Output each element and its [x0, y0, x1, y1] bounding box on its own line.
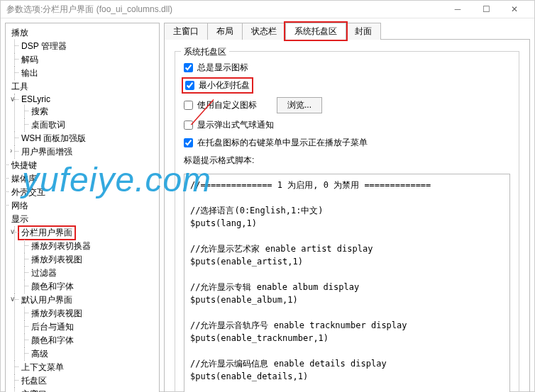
- tree-medialib[interactable]: 媒体库: [9, 172, 40, 186]
- right-pane: 主窗口 布局 状态栏 系统托盘区 封面 系统托盘区 总是显示图标 最小化到托盘: [164, 23, 530, 392]
- tree-columns-ui[interactable]: 分栏用户界面: [18, 226, 75, 240]
- twisty-icon[interactable]: ∨: [10, 295, 17, 302]
- tree-output[interactable]: 输出: [18, 67, 41, 80]
- tree-color-font2[interactable]: 颜色和字体: [28, 334, 77, 347]
- tree-search[interactable]: 搜索: [28, 105, 51, 118]
- tree-tray[interactable]: 托盘区: [18, 374, 50, 388]
- tree-back-notify[interactable]: 后台与通知: [28, 320, 77, 334]
- twisty-icon[interactable]: ›: [5, 174, 7, 181]
- window-controls: ─ ☐ ✕: [443, 1, 529, 18]
- settings-tree[interactable]: ∨ 播放 DSP 管理器 解码 输出 ∨ 工具 ∨ ESLyric 搜索: [5, 23, 160, 392]
- always-show-row: 总是显示图标: [184, 62, 510, 74]
- tree-playback[interactable]: 播放: [9, 26, 31, 40]
- tree-ui-enhance[interactable]: 用户界面增强: [18, 145, 75, 159]
- minimize-icon[interactable]: ─: [443, 1, 472, 18]
- tab-cover[interactable]: 封面: [346, 23, 381, 40]
- close-icon[interactable]: ✕: [500, 1, 529, 18]
- tree-dsp[interactable]: DSP 管理器: [18, 40, 70, 53]
- minimize-label[interactable]: 最小化到托盘: [199, 79, 250, 91]
- tree-playlist-view2[interactable]: 播放列表视图: [28, 307, 85, 320]
- browse-button[interactable]: 浏览...: [277, 97, 322, 113]
- tree-eslyric[interactable]: ESLyric: [18, 94, 53, 105]
- tree-desktop-lyric[interactable]: 桌面歌词: [28, 118, 68, 132]
- minimize-row: 最小化到托盘: [184, 79, 251, 91]
- tree-shell[interactable]: 外壳交互: [9, 186, 48, 199]
- balloon-label[interactable]: 显示弹出式气球通知: [197, 119, 274, 131]
- submenu-row: 在托盘图标的右键菜单中显示正在播放子菜单: [184, 137, 510, 149]
- tab-strip: 主窗口 布局 状态栏 系统托盘区 封面: [164, 23, 530, 40]
- tree-playlist-view[interactable]: 播放列表视图: [28, 253, 85, 267]
- twisty-icon[interactable]: ∨: [5, 28, 7, 35]
- tab-status-bar[interactable]: 状态栏: [242, 23, 286, 40]
- tree-tools[interactable]: 工具: [9, 80, 31, 94]
- tree-decode[interactable]: 解码: [18, 53, 41, 67]
- tree-display[interactable]: 显示: [9, 213, 31, 226]
- tree-filter[interactable]: 过滤器: [28, 267, 60, 280]
- twisty-icon[interactable]: ∨: [5, 82, 7, 89]
- custom-icon-label[interactable]: 使用自定义图标: [197, 99, 257, 111]
- tab-panel: 系统托盘区 总是显示图标 最小化到托盘 使用自定义图标 浏览...: [164, 40, 530, 392]
- minimize-checkbox[interactable]: [185, 81, 194, 90]
- systray-group: 系统托盘区 总是显示图标 最小化到托盘 使用自定义图标 浏览...: [175, 51, 519, 392]
- group-title: 系统托盘区: [181, 46, 229, 58]
- custom-icon-row: 使用自定义图标 浏览...: [184, 97, 510, 113]
- submenu-label[interactable]: 在托盘图标的右键菜单中显示正在播放子菜单: [197, 137, 368, 149]
- balloon-row: 显示弹出式气球通知: [184, 119, 510, 131]
- tree-context-menu[interactable]: 上下文菜单: [18, 361, 67, 374]
- twisty-icon[interactable]: ∨: [5, 214, 7, 221]
- submenu-checkbox[interactable]: [184, 138, 193, 147]
- dialog-window: 参数选项:分栏用户界面 (foo_ui_columns.dll) ─ ☐ ✕ ∨…: [0, 0, 535, 392]
- script-label-row: 标题提示格式脚本:: [184, 155, 510, 167]
- tab-system-tray[interactable]: 系统托盘区: [285, 23, 346, 40]
- tree-network[interactable]: 网络: [9, 199, 31, 213]
- tab-main-window[interactable]: 主窗口: [164, 23, 208, 40]
- tree-shortcut[interactable]: 快捷键: [9, 159, 40, 172]
- titlebar: 参数选项:分栏用户界面 (foo_ui_columns.dll) ─ ☐ ✕: [1, 1, 534, 18]
- tree-color-font[interactable]: 颜色和字体: [28, 280, 77, 293]
- window-title: 参数选项:分栏用户界面 (foo_ui_columns.dll): [6, 4, 443, 16]
- tree-wsh[interactable]: WSH 面板加强版: [18, 132, 89, 145]
- tree-advanced[interactable]: 高级: [28, 347, 51, 361]
- twisty-icon[interactable]: ›: [10, 147, 17, 154]
- tree-main-window[interactable]: 主窗口: [18, 388, 50, 392]
- twisty-icon[interactable]: ∨: [10, 95, 17, 102]
- tab-layout[interactable]: 布局: [207, 23, 243, 40]
- custom-icon-checkbox[interactable]: [184, 101, 193, 110]
- maximize-icon[interactable]: ☐: [472, 1, 500, 18]
- always-show-checkbox[interactable]: [184, 63, 193, 72]
- tree-playlist-switcher[interactable]: 播放列表切换器: [28, 240, 94, 253]
- always-show-label[interactable]: 总是显示图标: [197, 62, 248, 74]
- twisty-icon[interactable]: ∨: [10, 228, 17, 235]
- script-label: 标题提示格式脚本:: [184, 155, 254, 167]
- script-textarea[interactable]: //============== 1 为启用, 0 为禁用 ==========…: [184, 174, 510, 392]
- balloon-checkbox[interactable]: [184, 121, 193, 130]
- tree-default-ui[interactable]: 默认用户界面: [18, 293, 75, 307]
